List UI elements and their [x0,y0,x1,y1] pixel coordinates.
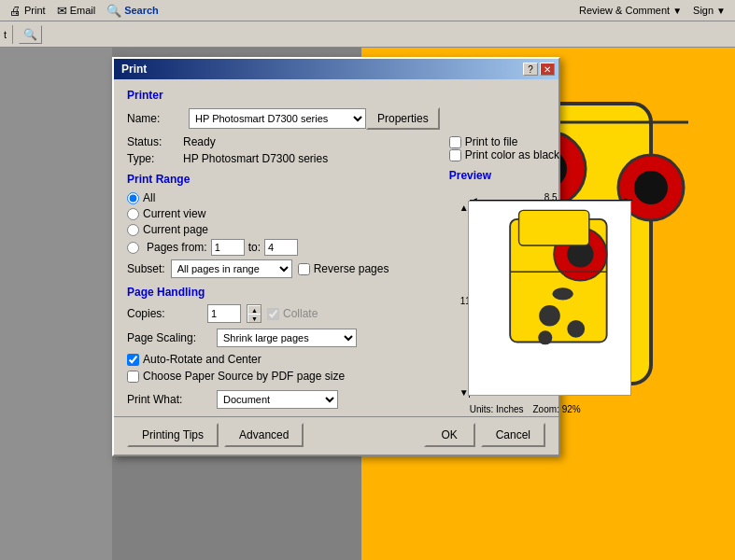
name-label: Name: [127,112,183,125]
print-to-file-checkbox[interactable] [449,136,461,148]
dialog-title: Print [118,63,147,76]
pages-radio[interactable] [127,242,139,254]
papersource-label: Choose Paper Source by PDF page size [143,370,345,383]
current-page-radio-row: Current page [127,223,440,236]
autorotate-label: Auto-Rotate and Center [143,353,261,366]
reverse-pages-label: Reverse pages [314,262,389,275]
toolbar1: 🖨 Print ✉ Email 🔍 Search Review & Commen… [0,0,735,21]
page-handling-label: Page Handling [127,286,440,299]
printwhat-row: Print What: Document [127,390,440,409]
print-to-file-row: Print to file [449,135,641,148]
svg-point-19 [538,330,552,344]
svg-point-16 [552,287,573,300]
search-icon: 🔍 [106,4,121,18]
dialog-bottom-left: Printing Tips Advanced [127,423,304,447]
dialog-titlebar[interactable]: Print ? ✕ [114,59,558,79]
scaling-label: Page Scaling: [127,331,211,344]
printer-select[interactable]: HP Photosmart D7300 series [189,108,366,129]
type-row: Type: HP Photosmart D7300 series [127,152,440,165]
collate-row: Collate [267,307,318,320]
pages-to-label: to: [248,241,261,254]
sign-label: Sign [693,5,714,16]
zoom-icon: 🔍 [23,28,37,41]
subset-select[interactable]: All pages in range [171,259,292,278]
search-toolbar-btn[interactable]: 🔍 Search [101,3,164,19]
left-background [0,48,112,560]
current-view-label: Current view [143,207,205,220]
review-comment-btn[interactable]: Review & Comment ▼ [573,4,687,17]
scaling-select[interactable]: Shrink large pages [217,329,357,347]
type-label: Type: [127,152,183,165]
pages-row: Pages from: to: [127,239,440,256]
status-row: Status: Ready [127,135,440,148]
text-toolbar-label: t [4,29,7,40]
collate-checkbox[interactable] [267,308,279,320]
copies-spinner: ▲ ▼ [247,304,261,323]
printwhat-label: Print What: [127,393,211,406]
toolbar2: t 🔍 [0,21,735,48]
preview-container: ◄ ► 8.5 ▲ ▼ 11 [449,186,636,414]
current-page-label: Current page [143,223,208,236]
subset-row: Subset: All pages in range Reverse pages [127,259,440,278]
autorotate-checkbox[interactable] [127,354,139,366]
subset-label: Subset: [127,262,165,275]
status-value: Ready [183,135,216,148]
print-color-as-black-row: Print color as black [449,148,641,161]
svg-point-17 [539,305,560,327]
search-label: Search [124,5,159,16]
printer-section-label: Printer [127,89,440,102]
review-label: Review & Comment [579,5,670,16]
pages-from-input[interactable] [211,239,245,256]
copies-row: Copies: ▲ ▼ Collate [127,304,440,323]
preview-title: Preview [449,169,641,182]
cancel-button[interactable]: Cancel [481,423,545,447]
papersource-checkbox[interactable] [127,371,139,383]
email-icon: ✉ [57,4,67,18]
autorotate-row: Auto-Rotate and Center [127,353,440,366]
properties-button[interactable]: Properties [366,107,440,130]
papersource-row: Choose Paper Source by PDF page size [127,370,440,383]
dialog-controls: ? ✕ [523,63,555,76]
ok-button[interactable]: OK [424,423,475,447]
current-page-radio[interactable] [127,224,139,236]
sign-dropdown-icon: ▼ [716,6,726,16]
zoom-label: Zoom: 92% [533,404,581,414]
all-radio[interactable] [127,192,139,204]
pages-from-label: Pages from: [147,241,207,254]
sign-btn[interactable]: Sign ▼ [687,4,731,17]
pages-to-input[interactable] [264,239,298,256]
print-range-section-label: Print Range [127,173,440,186]
svg-rect-15 [518,210,588,245]
main-area: Print ? ✕ Printer Name: HP Photosmart D7… [0,48,735,560]
printer-name-row: Name: HP Photosmart D7300 series Propert… [127,107,440,130]
printing-tips-button[interactable]: Printing Tips [127,423,219,447]
print-dialog: Print ? ✕ Printer Name: HP Photosmart D7… [112,57,560,456]
current-view-radio-row: Current view [127,207,440,220]
units-label: Units: Inches [470,404,524,414]
email-toolbar-btn[interactable]: ✉ Email [51,3,102,19]
dialog-bottom-right: OK Cancel [424,423,545,447]
dialog-close-button[interactable]: ✕ [540,63,555,76]
print-toolbar-btn[interactable]: 🖨 Print [4,3,51,19]
current-view-radio[interactable] [127,208,139,220]
print-icon: 🖨 [9,4,21,18]
copies-input[interactable] [207,304,241,323]
dropdown-arrow-icon: ▼ [672,6,682,16]
zoom-btn[interactable]: 🔍 [19,25,42,44]
page-handling-section: Page Handling Copies: ▲ ▼ Collate [127,286,440,409]
copies-label: Copies: [127,307,202,320]
print-color-as-black-checkbox[interactable] [449,149,461,161]
email-label: Email [70,5,96,16]
copies-down-btn[interactable]: ▼ [247,314,261,322]
printwhat-select[interactable]: Document [217,390,338,409]
collate-label: Collate [283,307,318,320]
reverse-pages-check-row: Reverse pages [298,262,389,275]
preview-image [468,201,631,396]
preview-section: Preview ◄ ► 8.5 [449,169,641,414]
copies-up-btn[interactable]: ▲ [247,305,261,314]
print-color-as-black-label: Print color as black [465,148,559,161]
status-label: Status: [127,135,183,148]
reverse-pages-checkbox[interactable] [298,263,310,275]
dialog-help-button[interactable]: ? [523,63,538,76]
advanced-button[interactable]: Advanced [224,423,304,447]
